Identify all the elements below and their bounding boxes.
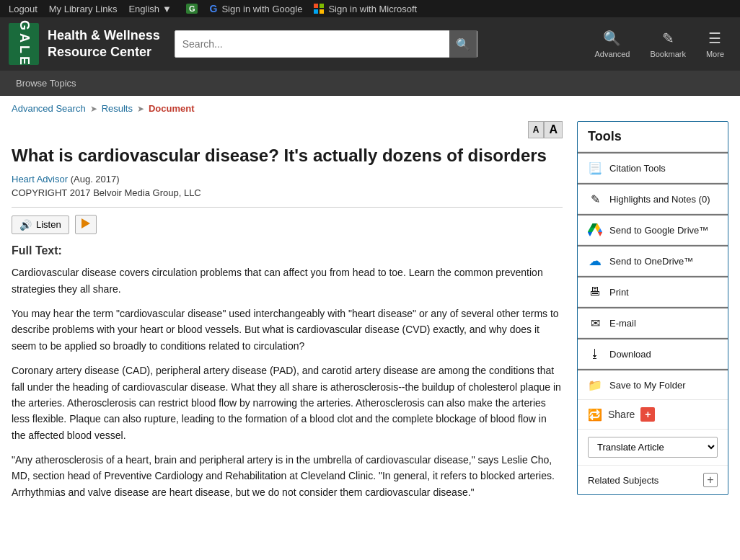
print-button[interactable]: 🖶 Print [578,276,728,307]
email-button[interactable]: ✉ E-mail [578,307,728,338]
more-label: More [706,50,724,58]
full-text-label: Full Text: [12,244,563,257]
highlights-notes-button[interactable]: ✎ Highlights and Notes (0) [578,183,728,214]
citation-tools-button[interactable]: 📃 Citation Tools [578,152,728,183]
listen-button[interactable]: 🔊 Listen [12,215,69,234]
send-google-drive-button[interactable]: Send to Google Drive™ [578,214,728,245]
share-icon: 🔁 [588,407,602,422]
main-content: A A What is cardiovascular disease? It's… [0,121,740,520]
chevron-right-icon: ➤ [90,104,97,114]
share-plus-button[interactable]: + [640,407,655,422]
chevron-down-icon: ▼ [162,4,172,14]
article-title: What is cardiovascular disease? It's act… [12,144,563,166]
gale-top-icon: G [186,4,198,14]
email-icon: ✉ [588,316,602,330]
article-paragraph-2: You may hear the term "cardiovascular di… [12,306,563,354]
bookmark-label: Bookmark [650,50,686,58]
sign-in-microsoft-label: Sign in with Microsoft [328,4,417,14]
folder-icon: 📁 [588,378,602,392]
language-selector[interactable]: English ▼ [128,4,172,14]
source-link[interactable]: Heart Advisor [12,174,68,185]
logout-link[interactable]: Logout [9,4,38,14]
save-folder-button[interactable]: 📁 Save to My Folder [578,369,728,400]
my-library-links[interactable]: My Library Links [49,4,118,14]
send-onedrive-button[interactable]: ☁ Send to OneDrive™ [578,245,728,276]
search-input[interactable] [175,34,449,54]
google-drive-icon [588,223,602,237]
email-label: E-mail [609,318,636,329]
sign-in-google-label: Sign in with Google [221,4,302,14]
tools-sidebar: Tools 📃 Citation Tools ✎ Highlights and … [577,121,728,509]
more-icon: ☰ [708,30,721,47]
bookmark-button[interactable]: ✎ Bookmark [643,27,693,61]
advanced-search-button[interactable]: 🔍 Advanced [587,27,637,61]
search-bar: 🔍 [175,30,477,58]
browse-topics-button[interactable]: Browse Topics [10,75,82,92]
play-icon [82,218,90,228]
breadcrumb-results[interactable]: Results [102,103,133,114]
advanced-label: Advanced [594,50,630,58]
language-label: English [128,4,159,14]
download-label: Download [609,349,651,360]
citation-tools-label: Citation Tools [609,163,666,174]
article-copyright: COPYRIGHT 2017 Belvoir Media Group, LLC [12,187,563,198]
microsoft-icon [314,4,324,14]
font-small-button[interactable]: A [528,121,545,138]
citation-icon: 📃 [588,161,602,175]
tools-box: Tools 📃 Citation Tools ✎ Highlights and … [577,121,728,495]
sign-in-google-button[interactable]: G Sign in with Google [209,3,302,14]
tools-header: Tools [578,122,728,152]
search-icon: 🔍 [456,37,470,51]
site-title: Health & Wellness Resource Center [48,27,160,61]
header-actions: 🔍 Advanced ✎ Bookmark ☰ More [587,27,731,61]
highlights-icon: ✎ [588,192,602,206]
speaker-icon: 🔊 [19,219,32,231]
download-icon: ⭳ [588,347,602,361]
send-google-drive-label: Send to Google Drive™ [609,225,708,236]
header: GALE Health & Wellness Resource Center 🔍… [0,17,740,71]
nav-bar: Browse Topics [0,71,740,96]
onedrive-icon: ☁ [588,254,602,268]
translate-row: Translate Article Spanish French German … [578,430,728,466]
save-folder-label: Save to My Folder [609,380,686,391]
article-paragraph-1: Cardiovascular disease covers circulatio… [12,265,563,297]
share-label: Share [608,409,635,420]
bookmark-icon: ✎ [662,30,674,47]
chevron-right-icon-2: ➤ [137,104,144,114]
divider [12,207,563,208]
share-row[interactable]: 🔁 Share + [578,400,728,430]
related-subjects-label: Related Subjects [588,475,658,486]
more-button[interactable]: ☰ More [699,27,731,61]
article-source: Heart Advisor (Aug. 2017) [12,174,563,185]
send-onedrive-label: Send to OneDrive™ [609,256,693,267]
gale-logo: GALE [9,23,39,65]
sign-in-microsoft-button[interactable]: Sign in with Microsoft [314,4,417,14]
highlights-notes-label: Highlights and Notes (0) [609,194,710,205]
source-date: (Aug. 2017) [71,174,120,185]
advanced-search-icon: 🔍 [603,30,621,47]
font-controls: A A [12,121,563,138]
search-button[interactable]: 🔍 [449,30,477,58]
listen-bar: 🔊 Listen [12,215,563,234]
download-button[interactable]: ⭳ Download [578,338,728,369]
play-button[interactable] [75,215,97,234]
related-subjects-row[interactable]: Related Subjects + [578,466,728,494]
listen-label: Listen [36,219,61,230]
breadcrumb: Advanced Search ➤ Results ➤ Document [0,96,740,121]
article-paragraph-3: Coronary artery disease (CAD), periphera… [12,363,563,443]
print-icon: 🖶 [588,285,602,299]
translate-select[interactable]: Translate Article Spanish French German … [588,437,718,458]
related-subjects-expand-icon: + [703,473,718,487]
google-g-icon: G [209,3,217,14]
breadcrumb-current: Document [149,103,195,114]
article-paragraph-4: "Any atherosclerosis of a heart, brain a… [12,452,563,500]
breadcrumb-advanced-search[interactable]: Advanced Search [12,103,86,114]
print-label: Print [609,287,629,298]
top-bar: Logout My Library Links English ▼ G G Si… [0,0,740,17]
article-area: A A What is cardiovascular disease? It's… [12,121,577,509]
font-large-button[interactable]: A [544,121,563,138]
